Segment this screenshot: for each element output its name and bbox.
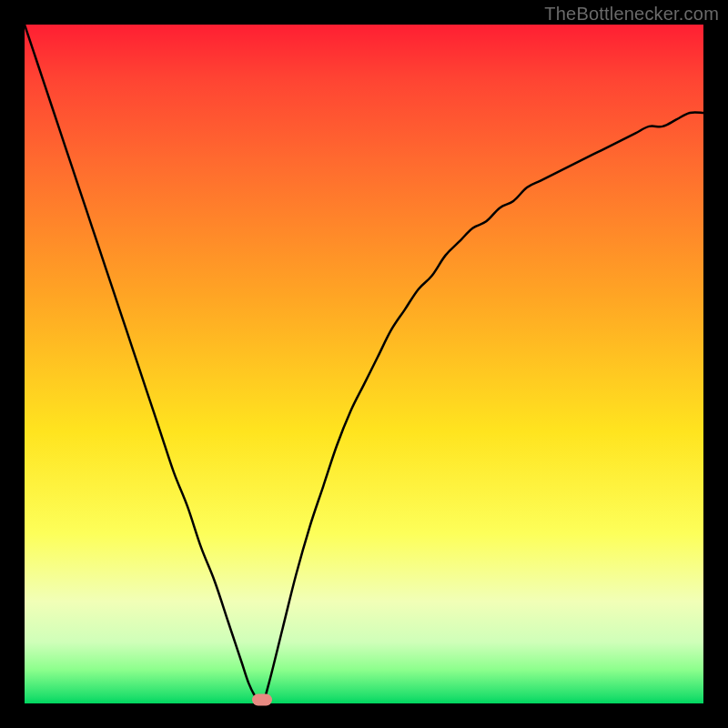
chart-frame: TheBottlenecker.com: [0, 0, 728, 728]
bottleneck-curve: [25, 25, 703, 703]
attribution-text: TheBottlenecker.com: [544, 4, 719, 25]
minimum-marker: [252, 694, 272, 706]
plot-area: [25, 25, 703, 703]
